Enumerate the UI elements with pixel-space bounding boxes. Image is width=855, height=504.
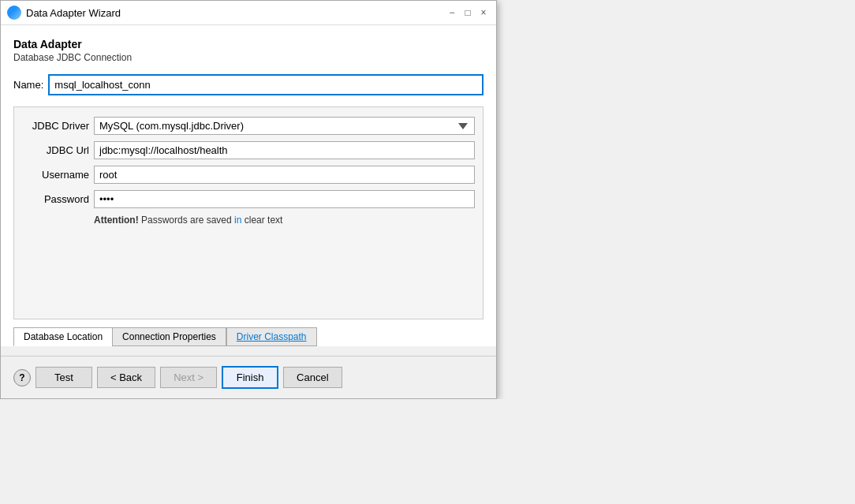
button-row: ? Test < Back Next > Finish Cancel xyxy=(13,366,484,389)
attention-link-word: in xyxy=(234,215,241,226)
app-icon xyxy=(7,6,21,20)
password-label: Password xyxy=(22,193,89,205)
jdbc-url-row: JDBC Url xyxy=(22,141,475,159)
jdbc-form-panel: JDBC Driver MySQL (com.mysql.jdbc.Driver… xyxy=(13,106,484,319)
name-input[interactable] xyxy=(48,74,484,95)
cancel-button[interactable]: Cancel xyxy=(283,367,342,388)
maximize-button[interactable]: □ xyxy=(461,6,474,19)
name-row: Name: xyxy=(13,74,484,95)
window-controls: − □ × xyxy=(446,6,490,19)
password-row: Password xyxy=(22,190,475,208)
jdbc-url-input[interactable] xyxy=(94,141,475,159)
attention-message: Attention! Passwords are saved in clear … xyxy=(94,215,475,226)
back-button[interactable]: < Back xyxy=(97,367,155,388)
section-subtitle: Database JDBC Connection xyxy=(13,52,484,63)
form-spacer xyxy=(22,230,475,309)
attention-normal: Passwords are saved xyxy=(139,215,234,226)
tab-database-location[interactable]: Database Location xyxy=(13,327,112,346)
tab-connection-properties[interactable]: Connection Properties xyxy=(112,327,226,346)
jdbc-url-label: JDBC Url xyxy=(22,144,89,156)
tabs-row: Database Location Connection Properties … xyxy=(13,327,484,346)
name-label: Name: xyxy=(13,79,43,91)
help-button[interactable]: ? xyxy=(13,369,31,386)
jdbc-driver-row: JDBC Driver MySQL (com.mysql.jdbc.Driver… xyxy=(22,117,475,135)
jdbc-driver-select[interactable]: MySQL (com.mysql.jdbc.Driver) xyxy=(94,117,475,135)
close-button[interactable]: × xyxy=(477,6,490,19)
data-adapter-wizard-window: Data Adapter Wizard − □ × Data Adapter D… xyxy=(0,0,497,399)
next-button[interactable]: Next > xyxy=(160,367,217,388)
username-label: Username xyxy=(22,169,89,181)
test-button[interactable]: Test xyxy=(35,367,92,388)
jdbc-driver-label: JDBC Driver xyxy=(22,120,89,132)
title-bar: Data Adapter Wizard − □ × xyxy=(1,1,496,25)
attention-bold: Attention! xyxy=(94,215,139,226)
tab-driver-classpath[interactable]: Driver Classpath xyxy=(226,327,317,346)
section-title: Data Adapter xyxy=(13,38,484,50)
username-row: Username xyxy=(22,166,475,184)
minimize-button[interactable]: − xyxy=(446,6,458,19)
bottom-area: ? Test < Back Next > Finish Cancel xyxy=(1,356,496,398)
window-title: Data Adapter Wizard xyxy=(26,7,441,19)
attention-end: clear text xyxy=(241,215,282,226)
finish-button[interactable]: Finish xyxy=(222,366,278,389)
password-input[interactable] xyxy=(94,190,475,208)
username-input[interactable] xyxy=(94,166,475,184)
main-content: Data Adapter Database JDBC Connection Na… xyxy=(1,25,496,346)
